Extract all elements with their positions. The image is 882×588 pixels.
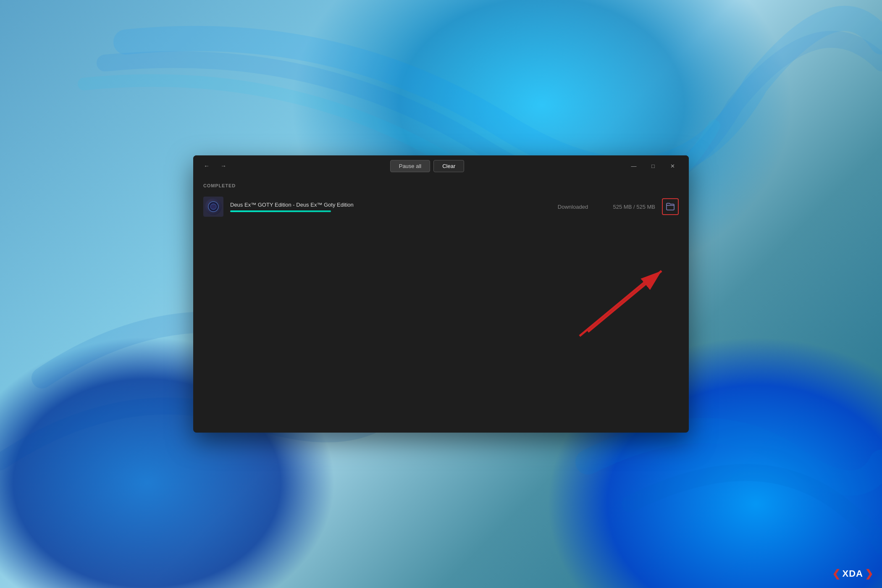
titlebar-center: Pause all Clear: [230, 160, 624, 172]
xda-bracket-right: ❯: [865, 568, 874, 580]
download-status: Downloaded: [552, 204, 594, 210]
titlebar: ← → Pause all Clear — □ ✕: [193, 155, 689, 176]
progress-bar-container: [230, 210, 331, 212]
app-window: ← → Pause all Clear — □ ✕ COMPLETED: [193, 155, 689, 433]
open-folder-button[interactable]: [662, 198, 679, 215]
xda-bracket-left: ❮: [832, 568, 841, 580]
xda-watermark: ❮ XDA ❯: [832, 568, 874, 580]
forward-button[interactable]: →: [217, 159, 230, 173]
game-icon: [203, 197, 223, 217]
folder-icon: [666, 202, 675, 211]
maximize-button[interactable]: □: [643, 159, 663, 173]
nav-buttons: ← →: [200, 159, 230, 173]
download-info: Deus Ex™ GOTY Edition - Deus Ex™ Goty Ed…: [230, 202, 545, 212]
minimize-button[interactable]: —: [624, 159, 643, 173]
xda-text: XDA: [843, 568, 863, 579]
download-size: 525 MB / 525 MB: [601, 204, 655, 210]
progress-bar-fill: [230, 210, 331, 212]
game-icon-inner: [205, 198, 222, 215]
section-completed-label: COMPLETED: [203, 183, 679, 188]
back-button[interactable]: ←: [200, 159, 213, 173]
content-area: COMPLETED Deus Ex™ GOTY Edition - Deus E…: [193, 176, 689, 433]
game-title: Deus Ex™ GOTY Edition - Deus Ex™ Goty Ed…: [230, 202, 545, 208]
pause-all-button[interactable]: Pause all: [390, 160, 430, 172]
clear-button[interactable]: Clear: [433, 160, 464, 172]
window-controls: — □ ✕: [624, 159, 682, 173]
close-button[interactable]: ✕: [663, 159, 682, 173]
download-item: Deus Ex™ GOTY Edition - Deus Ex™ Goty Ed…: [203, 193, 679, 220]
game-logo-icon: [207, 201, 219, 213]
